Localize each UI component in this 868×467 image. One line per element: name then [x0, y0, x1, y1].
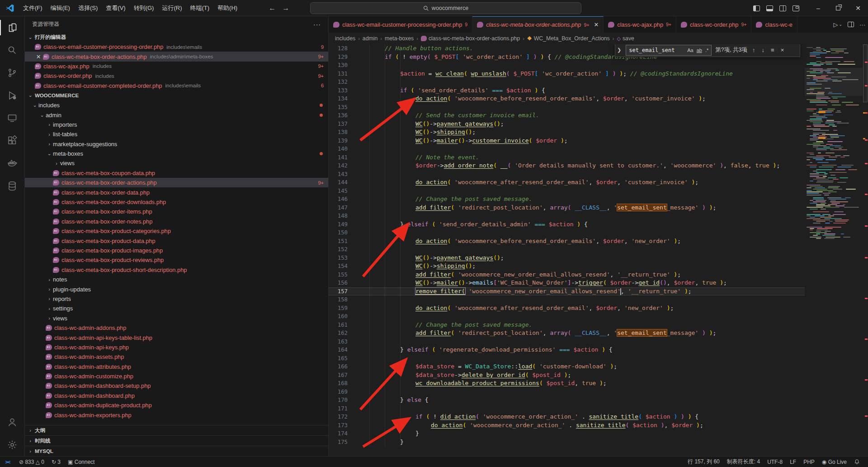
restore-button[interactable] — [828, 0, 848, 16]
breadcrumb-item[interactable]: ◇save — [617, 35, 634, 42]
code-line[interactable]: 166$data_store = WC_Data_Store::load( 'c… — [329, 362, 805, 371]
tree-file[interactable]: class-wc-admin-dashboard.php — [25, 391, 328, 400]
tab-close-icon[interactable]: ✕ — [594, 21, 599, 28]
code-line[interactable]: 174} — [329, 429, 805, 438]
tree-file[interactable]: class-wc-meta-box-product-reviews.php — [25, 255, 328, 265]
toggle-sidebar-icon[interactable] — [753, 5, 760, 11]
code-line[interactable]: 148 — [329, 212, 805, 220]
find-expand-icon[interactable]: ❯ — [616, 47, 622, 53]
code-line[interactable]: 151do_action( 'woocommerce_before_resend… — [329, 237, 805, 246]
code-line[interactable]: 175} — [329, 438, 805, 447]
tab-class-wc-e[interactable]: class-wc-e — [751, 16, 797, 33]
remote-explorer-icon[interactable] — [0, 107, 25, 129]
breadcrumb-item[interactable]: meta-boxes — [385, 35, 414, 42]
tree-file[interactable]: class-wc-meta-box-order-data.php — [25, 187, 328, 197]
tree-file[interactable]: class-wc-admin-customize.php — [25, 372, 328, 381]
toggle-panel-icon[interactable] — [766, 5, 773, 11]
find-next-icon[interactable]: ↓ — [760, 47, 766, 53]
tree-folder-views[interactable]: ›views — [25, 158, 328, 168]
code-line[interactable]: 138WC()->shipping(); — [329, 128, 805, 137]
tree-folder-views[interactable]: ›views — [25, 314, 328, 323]
tree-file[interactable]: class-wc-meta-box-product-images.php — [25, 246, 328, 255]
tab-class-wc-meta-box-order-actions.php[interactable]: class-wc-meta-box-order-actions.php9+✕ — [472, 16, 604, 33]
tree-folder-marketplace-suggestions[interactable]: ›marketplace-suggestions — [25, 139, 328, 149]
code-line[interactable]: 142$order->add_order_note( __( 'Order de… — [329, 162, 805, 170]
code-line[interactable]: 135 — [329, 103, 805, 112]
tree-file[interactable]: class-wc-admin-dashboard-setup.php — [25, 381, 328, 391]
code-line[interactable]: 152 — [329, 245, 805, 254]
menu-item-6[interactable]: 终端(T) — [186, 2, 213, 14]
open-editors-header[interactable]: ⌄ 打开的编辑器 — [25, 32, 328, 42]
code-line[interactable]: 154WC()->shipping(); — [329, 262, 805, 271]
tree-folder-settings[interactable]: ›settings — [25, 304, 328, 313]
code-line[interactable]: 140 — [329, 145, 805, 153]
tree-folder-notes[interactable]: ›notes — [25, 275, 328, 284]
tree-file[interactable]: class-wc-meta-box-product-short-descript… — [25, 265, 328, 275]
tree-folder-includes[interactable]: ⌄includes — [25, 100, 328, 110]
code-line[interactable]: 137WC()->payment_gateways(); — [329, 120, 805, 129]
code-line[interactable]: 143 — [329, 170, 805, 179]
find-close-icon[interactable]: × — [779, 47, 786, 53]
breadcrumb-item[interactable]: admin — [363, 35, 378, 42]
notifications-bell[interactable] — [850, 457, 863, 467]
find-previous-icon[interactable]: ↑ — [751, 47, 757, 53]
code-line[interactable]: 131$action = wc_clean( wp_unslash( $_POS… — [329, 70, 805, 78]
code-line[interactable]: 167$data_store->delete_by_order_id( $pos… — [329, 371, 805, 380]
status-left-1[interactable]: ↻ 3 — [48, 457, 64, 467]
split-editor-icon[interactable] — [848, 22, 854, 27]
code-line[interactable]: 160 — [329, 312, 805, 321]
settings-icon[interactable] — [0, 434, 25, 456]
code-line[interactable]: 169 — [329, 388, 805, 396]
code-area[interactable]: 128// Handle button actions.129if ( ! em… — [329, 44, 805, 456]
menu-item-7[interactable]: 帮助(H) — [213, 2, 241, 14]
workspace-root-header[interactable]: ⌄ WOOCOMMERCE — [25, 91, 328, 100]
command-center-search[interactable]: woocommerce — [310, 2, 581, 14]
minimize-button[interactable]: – — [808, 0, 828, 16]
tree-file[interactable]: class-wc-admin-attributes.php — [25, 362, 328, 372]
database-icon[interactable] — [0, 175, 25, 197]
code-line[interactable]: 158 — [329, 295, 805, 304]
code-line[interactable]: 170} else { — [329, 396, 805, 405]
tree-folder-meta-boxes[interactable]: ⌄meta-boxes — [25, 149, 328, 158]
explorer-icon[interactable] — [0, 16, 25, 39]
status-left-0[interactable]: ⊘ 833 △ 0 — [15, 457, 48, 467]
tab-class-wc-order.php[interactable]: class-wc-order.php9+ — [676, 16, 751, 33]
tree-file[interactable]: class-wc-admin-addons.php — [25, 323, 328, 333]
open-editor-item[interactable]: class-wc-email-customer-completed-order.… — [25, 81, 328, 91]
tree-file[interactable]: class-wc-admin-assets.php — [25, 352, 328, 362]
breadcrumb-item[interactable]: includes — [335, 35, 355, 42]
code-line[interactable]: 139WC()->mailer()->customer_invoice( $or… — [329, 137, 805, 145]
find-in-selection-icon[interactable]: ≡ — [769, 47, 776, 53]
code-line[interactable]: 141// Note the event. — [329, 153, 805, 162]
status-right-4[interactable]: PHP — [800, 457, 818, 467]
code-line[interactable]: 147add_filter( 'redirect_post_location',… — [329, 204, 805, 212]
tree-folder-plugin-updates[interactable]: ›plugin-updates — [25, 284, 328, 294]
tree-file[interactable]: class-wc-meta-box-order-notes.php — [25, 217, 328, 226]
tree-folder-reports[interactable]: ›reports — [25, 294, 328, 304]
tree-file[interactable]: class-wc-meta-box-order-items.php — [25, 207, 328, 216]
code-line[interactable]: 145 — [329, 187, 805, 195]
breadcrumb-item[interactable]: class-wc-meta-box-order-actions.php — [421, 35, 520, 42]
code-line[interactable]: 157remove_filter( 'woocommerce_new_order… — [329, 287, 805, 296]
tree-file[interactable]: class-wc-meta-box-order-actions.php9+ — [25, 178, 328, 187]
code-line[interactable]: 171 — [329, 405, 805, 413]
run-php-button[interactable]: ▷⌄ — [833, 21, 842, 28]
run-debug-icon[interactable] — [0, 84, 25, 107]
menu-item-4[interactable]: 转到(G) — [130, 2, 158, 14]
code-line[interactable]: 133if ( 'send_order_details' === $action… — [329, 86, 805, 95]
close-button[interactable]: ✕ — [848, 0, 868, 16]
minimap[interactable] — [805, 44, 863, 456]
menu-item-3[interactable]: 查看(V) — [102, 2, 129, 14]
code-line[interactable]: 165 — [329, 354, 805, 363]
code-line[interactable]: 134do_action( 'woocommerce_before_resend… — [329, 95, 805, 103]
tree-folder-list-tables[interactable]: ›list-tables — [25, 129, 328, 139]
tree-file[interactable]: class-wc-admin-api-keys.php — [25, 343, 328, 352]
code-line[interactable]: 153WC()->payment_gateways(); — [329, 254, 805, 262]
code-line[interactable]: 132 — [329, 78, 805, 86]
tree-folder-importers[interactable]: ›importers — [25, 120, 328, 129]
toggle-secondary-sidebar-icon[interactable] — [779, 5, 786, 11]
tree-file[interactable]: class-wc-admin-duplicate-product.php — [25, 400, 328, 410]
section-大纲[interactable]: ›大纲 — [25, 425, 328, 435]
code-line[interactable]: 162add_filter( 'redirect_post_location',… — [329, 329, 805, 338]
code-line[interactable]: 144do_action( 'woocommerce_after_resend_… — [329, 178, 805, 187]
